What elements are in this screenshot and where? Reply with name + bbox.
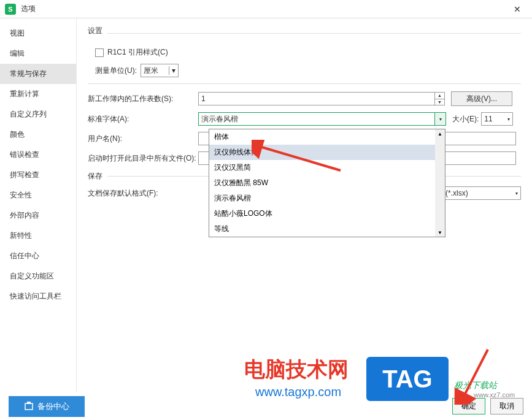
spinner-buttons: ▲ ▼ <box>435 92 445 105</box>
font-dropdown-button[interactable]: ▾ <box>435 112 446 126</box>
sidebar-item-quick-access[interactable]: 快速访问工具栏 <box>0 286 76 307</box>
unit-label: 测量单位(U): <box>95 66 137 76</box>
advanced-button[interactable]: 高级(V)... <box>451 91 512 106</box>
row-r1c1: R1C1 引用样式(C) <box>95 47 521 58</box>
sidebar-item-custom-list[interactable]: 自定义序列 <box>0 104 76 124</box>
font-option[interactable]: 汉仪帅线体简 <box>209 145 435 160</box>
font-dropdown-list: 楷体 汉仪帅线体简 汉仪汉黑简 汉仪雅酷黑 85W 演示春风楷 站酷小薇LOGO… <box>209 129 445 237</box>
svg-rect-4 <box>25 403 33 410</box>
spinner-down[interactable]: ▼ <box>435 99 444 105</box>
backup-center-button[interactable]: 备份中心 <box>9 396 85 417</box>
chevron-down-icon: ▾ <box>515 191 518 196</box>
sidebar-item-error-check[interactable]: 错误检查 <box>0 145 76 165</box>
sheets-input[interactable]: 1 <box>198 92 435 105</box>
app-icon: S <box>5 4 16 15</box>
font-option[interactable]: 楷体 <box>209 129 435 145</box>
chevron-down-icon: ▾ <box>507 116 510 122</box>
section-save-title: 保存 <box>88 171 102 181</box>
startup-label: 启动时打开此目录中所有文件(O): <box>88 153 198 164</box>
sidebar-item-color[interactable]: 颜色 <box>0 124 76 145</box>
save-format-label: 文档保存默认格式(F): <box>88 188 198 199</box>
sidebar-item-custom-ribbon[interactable]: 自定义功能区 <box>0 266 76 286</box>
font-option[interactable]: 汉仪雅酷黑 85W <box>209 175 435 191</box>
font-label: 标准字体(A): <box>88 114 198 124</box>
sidebar: 视图 编辑 常规与保存 重新计算 自定义序列 颜色 错误检查 拼写检查 安全性 … <box>0 18 77 392</box>
font-option[interactable]: 演示春风楷 <box>209 191 435 206</box>
size-value: 11 <box>484 115 492 123</box>
font-option[interactable]: 等线 <box>209 221 435 237</box>
font-value: 演示春风楷 <box>201 114 238 124</box>
size-label: 大小(E): <box>452 114 479 124</box>
unit-select[interactable]: 厘米 ▾ <box>141 64 179 77</box>
sidebar-item-external[interactable]: 外部内容 <box>0 205 76 226</box>
font-option[interactable]: 站酷小薇LOGO体 <box>209 206 435 221</box>
unit-value: 厘米 <box>144 66 158 76</box>
scroll-down-icon[interactable]: ▼ <box>435 228 445 237</box>
close-button[interactable]: ✕ <box>507 2 527 17</box>
sidebar-item-spellcheck[interactable]: 拼写检查 <box>0 165 76 185</box>
section-settings-title: 设置 <box>88 26 102 36</box>
row-unit: 测量单位(U): 厘米 ▾ <box>95 64 521 77</box>
sidebar-item-view[interactable]: 视图 <box>0 23 76 44</box>
r1c1-label: R1C1 引用样式(C) <box>107 47 168 58</box>
sheets-value: 1 <box>201 94 206 103</box>
dropdown-scrollbar[interactable]: ▲ ▼ <box>435 129 445 237</box>
titlebar: S 选项 ✕ <box>0 0 532 18</box>
size-select[interactable]: 11 ▾ <box>481 112 513 126</box>
scroll-up-icon[interactable]: ▲ <box>435 129 445 138</box>
spinner-up[interactable]: ▲ <box>435 93 444 99</box>
window-title: 选项 <box>21 4 36 14</box>
save-format-select[interactable]: 件(*.xlsx) ▾ <box>435 186 521 200</box>
sidebar-item-trust[interactable]: 信任中心 <box>0 246 76 266</box>
sidebar-item-new-features[interactable]: 新特性 <box>0 226 76 246</box>
svg-rect-5 <box>27 402 31 404</box>
chevron-down-icon: ▾ <box>169 66 175 75</box>
font-select[interactable]: 演示春风楷 <box>198 112 435 126</box>
backup-label: 备份中心 <box>37 401 69 412</box>
font-option[interactable]: 汉仪汉黑简 <box>209 160 435 175</box>
sidebar-item-security[interactable]: 安全性 <box>0 185 76 205</box>
r1c1-checkbox[interactable] <box>95 48 104 57</box>
row-sheets: 新工作簿内的工作表数(S): 1 ▲ ▼ 高级(V)... <box>88 91 521 106</box>
sidebar-item-general-save[interactable]: 常规与保存 <box>0 64 76 84</box>
sidebar-item-recalc[interactable]: 重新计算 <box>0 84 76 104</box>
cancel-button[interactable]: 取消 <box>490 398 523 414</box>
ok-button[interactable]: 确定 <box>452 398 485 414</box>
row-font: 标准字体(A): 演示春风楷 ▾ 大小(E): 11 ▾ <box>88 112 521 126</box>
backup-icon <box>24 402 34 411</box>
sheets-label: 新工作簿内的工作表数(S): <box>88 94 198 104</box>
sidebar-item-edit[interactable]: 编辑 <box>0 44 76 64</box>
username-label: 用户名(N): <box>88 134 198 144</box>
footer: 备份中心 确定 取消 <box>0 392 532 420</box>
